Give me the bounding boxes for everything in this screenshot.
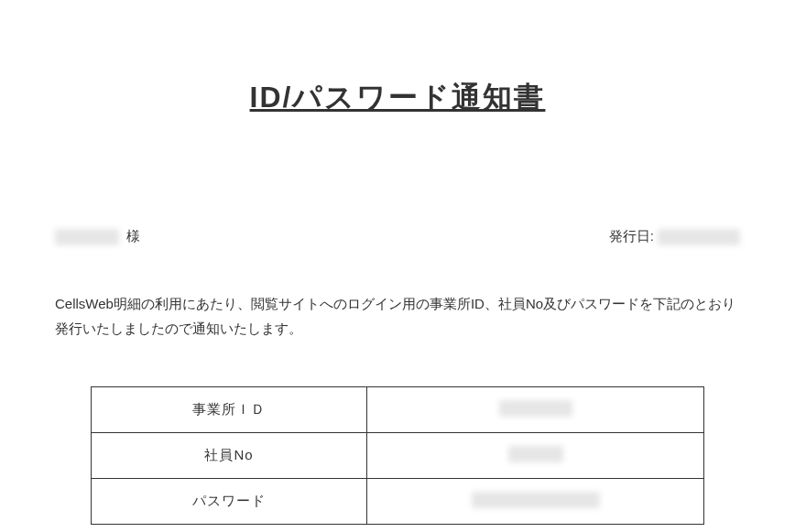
info-row: 様 発行日: (55, 228, 740, 245)
cred-value-office-id (367, 387, 704, 433)
recipient-suffix: 様 (126, 228, 140, 245)
table-row: 社員No (92, 433, 704, 479)
issue-date-label: 発行日: (609, 228, 654, 245)
document-title: ID/パスワード通知書 (55, 78, 740, 118)
table-row: 事業所ＩＤ (92, 387, 704, 433)
recipient-name-redacted (55, 229, 119, 245)
password-redacted (472, 492, 600, 508)
issue-date-block: 発行日: (609, 228, 740, 245)
employee-no-redacted (508, 446, 563, 462)
issue-date-value-redacted (658, 229, 740, 245)
credentials-table: 事業所ＩＤ 社員No パスワード (91, 386, 704, 525)
cred-value-employee-no (367, 433, 704, 479)
table-row: パスワード (92, 479, 704, 525)
office-id-redacted (499, 400, 572, 417)
recipient-block: 様 (55, 228, 140, 245)
document-page: ID/パスワード通知書 様 発行日: CellsWeb明細の利用にあたり、閲覧サ… (0, 0, 795, 525)
cred-value-password (367, 479, 704, 525)
cred-label-office-id: 事業所ＩＤ (92, 387, 367, 433)
cred-label-employee-no: 社員No (92, 433, 367, 479)
cred-label-password: パスワード (92, 479, 367, 525)
body-text: CellsWeb明細の利用にあたり、閲覧サイトへのログイン用の事業所ID、社員N… (55, 291, 740, 341)
